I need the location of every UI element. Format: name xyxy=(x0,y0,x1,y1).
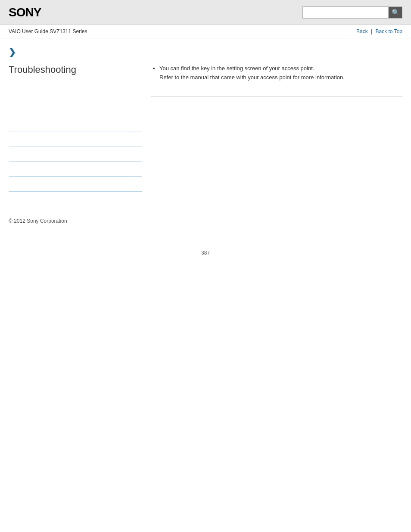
list-item xyxy=(9,101,142,116)
sidebar: ❯ Troubleshooting xyxy=(9,47,142,192)
copyright-text: © 2012 Sony Corporation xyxy=(9,218,67,224)
list-item xyxy=(9,116,142,131)
breadcrumb: VAIO User Guide SVZ1311 Series xyxy=(9,28,87,34)
list-item xyxy=(9,177,142,192)
search-container: 🔍 xyxy=(302,6,402,19)
sidebar-nav-link-2[interactable] xyxy=(9,106,142,112)
nav-separator: | xyxy=(371,28,372,34)
sidebar-nav-link-4[interactable] xyxy=(9,136,142,142)
list-item xyxy=(9,146,142,162)
back-to-top-link[interactable]: Back to Top xyxy=(376,28,402,34)
sidebar-nav-link-7[interactable] xyxy=(9,181,142,187)
bullet-sub-text-1: Refer to the manual that came with your … xyxy=(159,73,402,82)
sidebar-nav-link-6[interactable] xyxy=(9,166,142,172)
list-item xyxy=(9,162,142,177)
chevron-icon: ❯ xyxy=(9,47,142,57)
sony-logo: SONY xyxy=(9,6,41,19)
back-link[interactable]: Back xyxy=(356,28,368,34)
sidebar-nav-link-5[interactable] xyxy=(9,151,142,157)
content-section: You can find the key in the setting scre… xyxy=(151,64,402,96)
search-button[interactable]: 🔍 xyxy=(389,6,402,19)
list-item: You can find the key in the setting scre… xyxy=(159,64,402,82)
search-input[interactable] xyxy=(302,6,389,19)
footer: © 2012 Sony Corporation xyxy=(0,209,411,233)
sidebar-nav-link-3[interactable] xyxy=(9,121,142,127)
bullet-text-1: You can find the key in the setting scre… xyxy=(159,65,314,72)
sidebar-title: Troubleshooting xyxy=(9,64,142,79)
list-item xyxy=(9,86,142,101)
header: SONY 🔍 xyxy=(0,0,411,25)
bullet-list: You can find the key in the setting scre… xyxy=(151,64,402,82)
list-item xyxy=(9,131,142,146)
sidebar-nav-list xyxy=(9,86,142,192)
sidebar-nav-link-1[interactable] xyxy=(9,90,142,96)
page-number: 387 xyxy=(0,250,411,256)
nav-bar: VAIO User Guide SVZ1311 Series Back | Ba… xyxy=(0,25,411,38)
content-area: You can find the key in the setting scre… xyxy=(151,47,402,192)
nav-links: Back | Back to Top xyxy=(356,28,402,34)
search-icon: 🔍 xyxy=(392,9,400,16)
main-content: ❯ Troubleshooting xyxy=(0,38,411,200)
